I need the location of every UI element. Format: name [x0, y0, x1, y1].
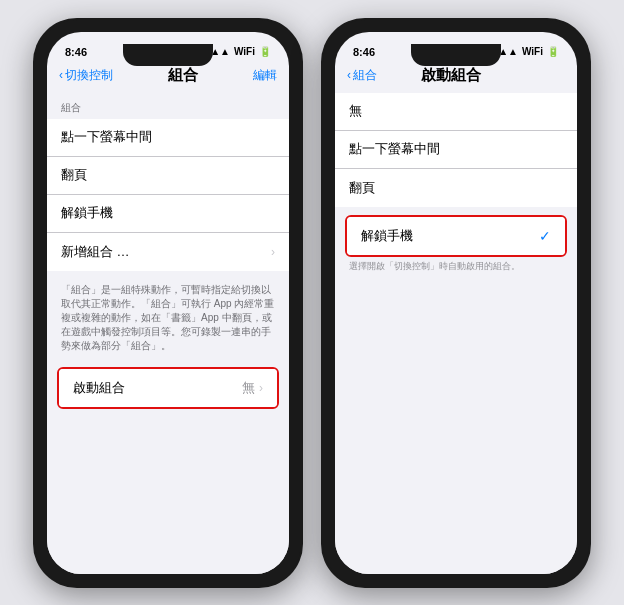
back-button-right[interactable]: ‹ 組合	[347, 67, 377, 84]
checkmark-icon-right: ✓	[539, 228, 551, 244]
back-chevron-right: ‹	[347, 68, 351, 82]
list-item-tap-center-label: 點一下螢幕中間	[61, 128, 152, 146]
back-button-left[interactable]: ‹ 切換控制	[59, 67, 113, 84]
launch-combo-right: 無 ›	[242, 379, 263, 397]
highlight-launch-row[interactable]: 啟動組合 無 ›	[57, 367, 279, 409]
list-item-tap-center[interactable]: 點一下螢幕中間	[47, 119, 289, 157]
list-item-add[interactable]: 新增組合 … ›	[47, 233, 289, 271]
unlock-item-right[interactable]: 解鎖手機 ✓	[347, 217, 565, 255]
battery-icon-left: 🔋	[259, 46, 271, 57]
edit-button-left[interactable]: 編輯	[253, 67, 277, 84]
list-group-left: 點一下螢幕中間 翻頁 解鎖手機 新增組合 … ›	[47, 119, 289, 271]
description-left: 「組合」是一組特殊動作，可暫時指定給切換以取代其正常動作。「組合」可執行 App…	[47, 279, 289, 361]
list-group-right-top: 無 點一下螢幕中間 翻頁	[335, 93, 577, 207]
list-item-scroll-right[interactable]: 翻頁	[335, 169, 577, 207]
nav-bar-left: ‹ 切換控制 組合 編輯	[47, 62, 289, 93]
list-item-add-label: 新增組合 …	[61, 243, 130, 261]
nav-bar-right: ‹ 組合 啟動組合	[335, 62, 577, 93]
list-item-unlock-label: 解鎖手機	[61, 204, 113, 222]
time-left: 8:46	[65, 46, 87, 58]
phone-right: 8:46 ▲▲▲ WiFi 🔋 ‹ 組合 啟動組合 無	[321, 18, 591, 588]
back-chevron-left: ‹	[59, 68, 63, 82]
list-item-none-label: 無	[349, 102, 362, 120]
list-item-scroll[interactable]: 翻頁	[47, 157, 289, 195]
list-item-tap-center-right-label: 點一下螢幕中間	[349, 140, 440, 158]
back-label-right: 組合	[353, 67, 377, 84]
unlock-label-right: 解鎖手機	[361, 227, 413, 245]
chevron-icon-add: ›	[271, 245, 275, 259]
notch-left	[123, 44, 213, 66]
list-item-tap-center-right[interactable]: 點一下螢幕中間	[335, 131, 577, 169]
list-item-none[interactable]: 無	[335, 93, 577, 131]
content-left: 組合 點一下螢幕中間 翻頁 解鎖手機 新增組合 … ›	[47, 93, 289, 574]
nav-title-right: 啟動組合	[421, 66, 481, 85]
description-right: 選擇開啟「切換控制」時自動啟用的組合。	[335, 257, 577, 277]
back-label-left: 切換控制	[65, 67, 113, 84]
battery-icon-right: 🔋	[547, 46, 559, 57]
phone-left: 8:46 ▲▲▲ WiFi 🔋 ‹ 切換控制 組合 編輯 組合	[33, 18, 303, 588]
notch-right	[411, 44, 501, 66]
launch-combo-item[interactable]: 啟動組合 無 ›	[59, 369, 277, 407]
wifi-icon-left: WiFi	[234, 46, 255, 57]
time-right: 8:46	[353, 46, 375, 58]
highlight-unlock-row[interactable]: 解鎖手機 ✓	[345, 215, 567, 257]
list-item-scroll-right-label: 翻頁	[349, 179, 375, 197]
content-right: 無 點一下螢幕中間 翻頁 解鎖手機 ✓ 選擇開啟「切換控制」時自動啟用的組合	[335, 93, 577, 574]
list-item-scroll-label: 翻頁	[61, 166, 87, 184]
launch-combo-value: 無	[242, 379, 255, 397]
launch-combo-label: 啟動組合	[73, 379, 125, 397]
nav-title-left: 組合	[168, 66, 198, 85]
chevron-icon-launch: ›	[259, 381, 263, 395]
section-label-left: 組合	[47, 93, 289, 119]
list-item-unlock[interactable]: 解鎖手機	[47, 195, 289, 233]
wifi-icon-right: WiFi	[522, 46, 543, 57]
